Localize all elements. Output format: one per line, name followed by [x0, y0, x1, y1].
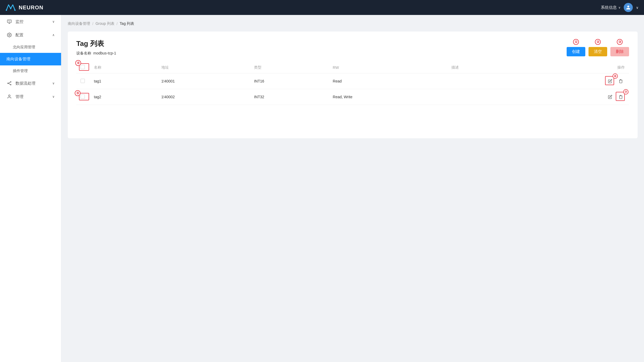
breadcrumb-group-list[interactable]: Group 列表 — [96, 21, 114, 26]
management-icon — [6, 94, 12, 100]
edit-button-1[interactable] — [606, 77, 614, 85]
sidebar-item-management[interactable]: 管理 ∨ — [0, 90, 61, 103]
breadcrumb-sep-1: / — [92, 22, 93, 26]
system-info-label: 系统信息 — [601, 5, 617, 10]
svg-point-9 — [10, 84, 11, 85]
td-actions-1: ⑥ — [515, 73, 629, 89]
th-address: 地址 — [157, 62, 250, 73]
th-type: 类型 — [250, 62, 328, 73]
sidebar-item-config[interactable]: 配置 ∧ — [0, 28, 61, 42]
th-name: 名称 — [90, 62, 157, 73]
td-checkbox-1 — [76, 73, 90, 89]
table-header-row: ④ 名称 地址 类型 RW 描述 操作 — [76, 62, 629, 73]
system-info-menu[interactable]: 系统信息 ∨ — [601, 5, 621, 10]
topnav-expand-icon[interactable]: ∨ — [636, 6, 639, 10]
device-label: 设备名称 — [76, 51, 91, 55]
breadcrumb-south-device[interactable]: 南向设备管理 — [68, 21, 90, 26]
td-type-1: INT16 — [250, 73, 328, 89]
table-row: ⑤ tag2 1!40002 INT32 Read, Write — [76, 89, 629, 105]
sidebar-item-management-label: 管理 — [15, 94, 23, 99]
chevron-down-icon: ∨ — [618, 6, 621, 9]
action-buttons: ① 创建 ② 清空 ③ 删除 — [567, 39, 629, 56]
breadcrumb-sep-2: / — [117, 22, 118, 26]
user-icon — [626, 5, 631, 10]
delete-button-1[interactable] — [617, 77, 625, 85]
td-address-1: 1!40001 — [157, 73, 250, 89]
svg-point-1 — [14, 10, 16, 11]
sidebar-item-dataflow-label: 数据流处理 — [15, 81, 35, 86]
svg-point-8 — [10, 81, 11, 82]
svg-point-12 — [9, 95, 10, 96]
logo: NEURON — [5, 3, 43, 12]
td-checkbox-2: ⑤ — [76, 89, 90, 105]
annotation-5-circle: ⑤ — [75, 90, 81, 96]
td-desc-1 — [447, 73, 515, 89]
annotation-6-circle: ⑥ — [613, 73, 618, 79]
sidebar-item-north-app-label: 北向应用管理 — [13, 45, 35, 49]
device-name: modbus-tcp-1 — [93, 51, 116, 55]
annotation-2: ② — [595, 39, 601, 45]
annotation-4-circle: ④ — [75, 60, 81, 66]
sidebar-item-north-app[interactable]: 北向应用管理 — [0, 42, 61, 53]
main-card: Tag 列表 设备名称 modbus-tcp-1 ① 创建 ② — [68, 32, 638, 138]
td-desc-2 — [447, 89, 515, 105]
select-all-checkbox[interactable] — [81, 65, 85, 69]
row-1-actions: ⑥ — [519, 77, 625, 85]
row-checkbox-1[interactable] — [81, 79, 85, 83]
svg-point-7 — [7, 83, 8, 84]
svg-line-10 — [8, 82, 10, 84]
management-chevron-icon: ∨ — [52, 95, 55, 99]
breadcrumb-current: Tag 列表 — [120, 21, 134, 26]
chevron-icon: ∨ — [52, 20, 55, 23]
create-btn-wrapper: ① 创建 — [567, 39, 585, 56]
card-header-left: Tag 列表 设备名称 modbus-tcp-1 — [76, 39, 116, 56]
sidebar-item-south-device[interactable]: 南向设备管理 — [0, 53, 61, 65]
app-title: NEURON — [19, 5, 43, 11]
svg-point-2 — [10, 8, 11, 9]
svg-point-0 — [6, 10, 7, 11]
sidebar-item-config-label: 配置 — [15, 33, 23, 38]
td-address-2: 1!40002 — [157, 89, 250, 105]
sidebar-item-plugin-label: 插件管理 — [13, 69, 28, 73]
th-rw: RW — [328, 62, 447, 73]
edit-action-wrapper-1: ⑥ — [606, 77, 614, 85]
sidebar-item-dataflow[interactable]: 数据流处理 ∨ — [0, 77, 61, 90]
page-title: Tag 列表 — [76, 39, 116, 48]
device-info: 设备名称 modbus-tcp-1 — [76, 51, 116, 56]
annotation-1: ① — [573, 39, 579, 45]
main-content: 南向设备管理 / Group 列表 / Tag 列表 Tag 列表 设备名称 m… — [61, 15, 644, 362]
config-chevron-icon: ∧ — [52, 33, 55, 37]
td-name-2: tag2 — [90, 89, 157, 105]
td-type-2: INT32 — [250, 89, 328, 105]
annotation-7-circle: ⑦ — [623, 89, 629, 95]
breadcrumb: 南向设备管理 / Group 列表 / Tag 列表 — [68, 21, 638, 26]
svg-line-11 — [8, 83, 10, 85]
th-checkbox: ④ — [76, 62, 90, 73]
create-button[interactable]: 创建 — [567, 47, 585, 56]
th-action: 操作 — [515, 62, 629, 73]
row-checkbox-2[interactable] — [81, 95, 85, 99]
config-icon — [6, 32, 12, 38]
sidebar-item-monitor[interactable]: 监控 ∨ — [0, 15, 61, 28]
delete-button[interactable]: 删除 — [610, 47, 629, 56]
top-navigation: NEURON 系统信息 ∨ ∨ — [0, 0, 644, 15]
tags-table: ④ 名称 地址 类型 RW 描述 操作 — [76, 62, 629, 105]
topnav-right: 系统信息 ∨ ∨ — [601, 3, 639, 12]
sidebar-item-monitor-label: 监控 — [15, 19, 23, 24]
monitor-icon — [6, 19, 12, 25]
edit-button-2[interactable] — [606, 93, 614, 101]
annotation-3: ③ — [617, 39, 623, 45]
neuron-logo-icon — [5, 3, 16, 12]
card-header: Tag 列表 设备名称 modbus-tcp-1 ① 创建 ② — [76, 39, 629, 56]
dataflow-chevron-icon: ∨ — [52, 81, 55, 85]
th-desc: 描述 — [447, 62, 515, 73]
delete-btn-wrapper: ③ 删除 — [610, 39, 629, 56]
clear-btn-wrapper: ② 清空 — [589, 39, 607, 56]
user-avatar[interactable] — [624, 3, 633, 12]
sidebar-item-plugin[interactable]: 插件管理 — [0, 65, 61, 77]
td-actions-2: ⑦ — [515, 89, 629, 105]
td-rw-2: Read, Write — [328, 89, 447, 105]
delete-button-2[interactable] — [617, 93, 625, 101]
clear-button[interactable]: 清空 — [589, 47, 607, 56]
table-row: tag1 1!40001 INT16 Read ⑥ — [76, 73, 629, 89]
